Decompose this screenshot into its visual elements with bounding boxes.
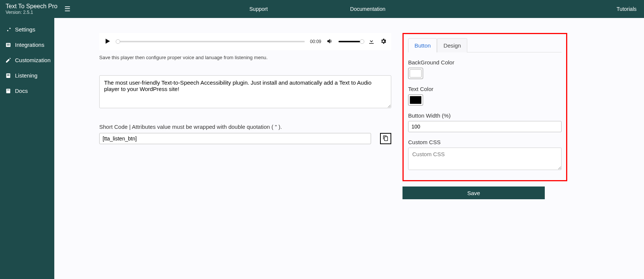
audio-icon xyxy=(5,73,11,79)
svg-rect-1 xyxy=(7,44,10,44)
volume-thumb[interactable] xyxy=(360,39,364,44)
edit-icon xyxy=(5,57,11,63)
seek-track[interactable] xyxy=(116,41,305,42)
sidebar-item-label: Customization xyxy=(15,57,51,63)
time-display: 00:09 xyxy=(310,39,321,44)
svg-rect-2 xyxy=(7,45,10,45)
book-icon xyxy=(5,88,11,94)
sidebar-item-listening[interactable]: Listening xyxy=(0,68,54,83)
main-content: 00:09 Save this player then configure pr… xyxy=(54,0,644,214)
download-icon[interactable] xyxy=(368,38,375,46)
bg-color-picker[interactable] xyxy=(408,68,423,79)
app-version: Version: 2.5.1 xyxy=(6,10,57,15)
sidebar-item-label: Listening xyxy=(15,72,37,79)
sidebar-item-label: Docs xyxy=(15,88,28,94)
volume-icon[interactable] xyxy=(326,38,333,46)
text-color-label: Text Color xyxy=(408,86,562,92)
play-icon[interactable] xyxy=(104,37,111,46)
text-color-picker[interactable] xyxy=(408,94,423,106)
nav-tutorials[interactable]: Tutorials xyxy=(617,6,637,12)
panel-tabs: Button Design xyxy=(408,38,562,52)
svg-rect-5 xyxy=(7,75,10,76)
wrench-icon xyxy=(5,27,11,33)
right-column: Button Design BackGround Color Text Colo… xyxy=(402,33,567,199)
text-color-swatch xyxy=(410,96,422,104)
volume-track[interactable] xyxy=(338,41,363,42)
sidebar-item-docs[interactable]: Docs xyxy=(0,83,54,98)
menu-toggle-icon[interactable]: ☰ xyxy=(64,5,70,13)
tts-text-input[interactable] xyxy=(99,75,391,108)
css-label: Custom CSS xyxy=(408,139,562,145)
custom-css-input[interactable] xyxy=(408,148,562,170)
bg-color-swatch xyxy=(410,69,422,78)
design-panel: Button Design BackGround Color Text Colo… xyxy=(402,33,567,181)
nav-documentation[interactable]: Documentation xyxy=(350,6,385,12)
sidebar-item-label: Integrations xyxy=(15,42,44,48)
copy-icon xyxy=(383,135,389,142)
left-column: 00:09 Save this player then configure pr… xyxy=(99,33,391,144)
sidebar: Settings Integrations Customization List… xyxy=(0,18,54,214)
brand-block: Text To Speech Pro Version: 2.5.1 xyxy=(0,0,63,18)
save-button[interactable]: Save xyxy=(402,186,545,199)
width-input[interactable] xyxy=(408,121,562,132)
player-hint: Save this player then configure proper v… xyxy=(99,55,391,60)
tab-design[interactable]: Design xyxy=(437,38,467,52)
nav-support[interactable]: Support xyxy=(249,6,268,12)
sidebar-item-label: Settings xyxy=(15,26,35,33)
svg-rect-4 xyxy=(7,74,10,75)
width-label: Button Width (%) xyxy=(408,112,562,119)
audio-player: 00:09 xyxy=(99,33,391,50)
seek-thumb[interactable] xyxy=(116,39,120,44)
gear-icon[interactable] xyxy=(380,38,387,46)
top-bar: Text To Speech Pro Version: 2.5.1 ☰ Supp… xyxy=(0,0,644,18)
copy-button[interactable] xyxy=(380,133,391,144)
shortcode-input[interactable] xyxy=(99,133,371,144)
app-title: Text To Speech Pro xyxy=(6,3,57,10)
sidebar-item-settings[interactable]: Settings xyxy=(0,22,54,37)
shortcode-label: Short Code | Attributes value must be wr… xyxy=(99,124,391,130)
tab-button[interactable]: Button xyxy=(408,38,437,52)
sidebar-item-customization[interactable]: Customization xyxy=(0,52,54,68)
svg-rect-7 xyxy=(7,90,10,90)
top-nav: Support Documentation Tutorials xyxy=(70,6,644,12)
sidebar-item-integrations[interactable]: Integrations xyxy=(0,37,54,52)
list-icon xyxy=(5,42,11,48)
bg-color-label: BackGround Color xyxy=(408,59,562,66)
svg-rect-6 xyxy=(6,89,10,93)
